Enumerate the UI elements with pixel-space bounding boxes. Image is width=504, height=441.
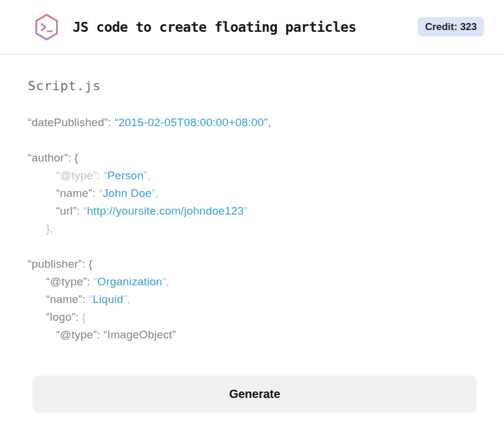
code-segment: “@type”: “ImageObject” <box>56 328 176 341</box>
code-segment: , <box>127 293 130 305</box>
code-segment: “name”: <box>46 293 89 305</box>
code-line: “@type”: “ImageObject” <box>28 326 476 344</box>
code-segment: http://yoursite.com/johndoe123 <box>87 205 244 217</box>
code-line: “url”: “http://yoursite.com/johndoe123” <box>28 202 476 220</box>
code-segment: “2015-02-05T08:00:00+08:00”, <box>114 116 271 129</box>
app-header: JS code to create floating particles Cre… <box>0 0 504 55</box>
code-segment: “logo”: <box>46 311 82 323</box>
code-segment: , <box>148 169 150 182</box>
code-segment: ” <box>244 205 248 217</box>
code-segment: , <box>155 187 158 199</box>
code-block: “datePublished”: “2015-02-05T08:00:00+08… <box>28 114 476 344</box>
code-line: }, <box>28 220 476 238</box>
editor-panel: Script.js “datePublished”: “2015-02-05T0… <box>0 55 504 344</box>
credit-badge: Credit: 323 <box>418 17 484 37</box>
code-segment: { <box>82 311 86 323</box>
terminal-hexagon-icon <box>32 13 61 41</box>
code-segment: “name”: <box>56 187 99 199</box>
code-segment: Liquid <box>93 293 123 305</box>
code-line: “datePublished”: “2015-02-05T08:00:00+08… <box>28 114 476 131</box>
footer: Generate <box>0 344 504 413</box>
filename-heading: Script.js <box>28 78 476 93</box>
code-segment: “datePublished”: <box>28 116 114 129</box>
code-segment: “url”: <box>56 205 83 217</box>
code-segment: , <box>166 275 169 288</box>
code-segment: Person <box>107 169 143 182</box>
code-line: “name”: “Liquid”, <box>28 291 476 308</box>
code-line: “@type”: “Organization”, <box>28 273 476 291</box>
code-line: “name”: “John Doe”, <box>28 185 476 202</box>
generate-button[interactable]: Generate <box>32 376 477 413</box>
code-line: “publisher”: { <box>28 255 476 273</box>
code-segment: John Doe <box>103 187 152 199</box>
code-line: “author”: { <box>28 149 476 167</box>
code-line: “@type”: “Person”, <box>28 167 476 185</box>
code-segment: “publisher”: { <box>28 258 92 270</box>
code-segment: “@type”: <box>46 275 93 288</box>
code-segment: Organization <box>97 275 162 288</box>
code-segment: }, <box>46 222 53 235</box>
code-segment: “@type”: <box>56 169 103 182</box>
page-title: JS code to create floating particles <box>73 19 356 35</box>
code-line: “logo”: { <box>28 308 476 326</box>
code-segment: “author”: { <box>28 152 78 164</box>
